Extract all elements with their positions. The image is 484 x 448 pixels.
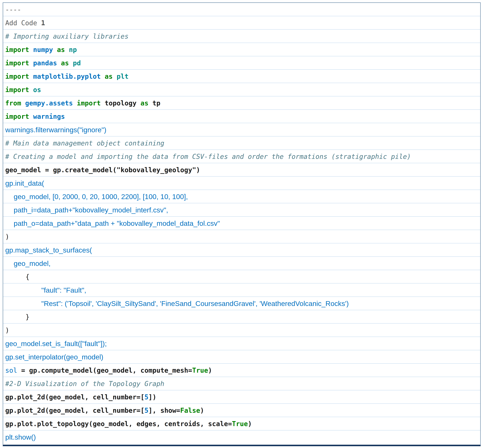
code-line: } bbox=[3, 310, 480, 324]
code-line: gp.plot_2d(geo_model, cell_number=[5], s… bbox=[3, 404, 480, 417]
code-segment-blue_sans: path_o=data_path+"data_path + "kobovalle… bbox=[14, 219, 220, 227]
code-line: sol = gp.compute_model(geo_model, comput… bbox=[3, 364, 480, 377]
code-line: ---- bbox=[3, 3, 480, 16]
code-segment-blue_mono: sol bbox=[5, 367, 17, 374]
code-line: gp.map_stack_to_surfaces( bbox=[3, 243, 480, 257]
code-segment-alias: pd bbox=[73, 59, 81, 67]
code-segment-kw: import bbox=[73, 99, 105, 107]
code-line: geo_model.set_is_fault(["fault"]); bbox=[3, 337, 480, 350]
code-segment-blue_sans: warnings.filterwarnings("ignore") bbox=[5, 126, 106, 134]
code-segment-kw: as bbox=[101, 72, 117, 80]
code-segment-number: 5 bbox=[144, 393, 149, 401]
code-line: geo_model, bbox=[3, 257, 480, 270]
code-line: import pandas as pd bbox=[3, 56, 480, 70]
code-line: Add Code 1 bbox=[3, 16, 480, 30]
code-line: #2-D Visualization of the Topology Graph bbox=[3, 377, 480, 390]
code-segment-code_bold: gp.plot_2d(geo_model, cell_number=[ bbox=[5, 393, 144, 401]
code-segment-code_bold: ) bbox=[200, 407, 204, 414]
code-line: gp.plot.plot_topology(geo_model, edges, … bbox=[3, 417, 480, 431]
code-line: gp.plot_2d(geo_model, cell_number=[5]) bbox=[3, 390, 480, 404]
code-segment-kw: import bbox=[5, 59, 33, 67]
code-segment-code_bold: geo_model = gp.create_model("kobovalley_… bbox=[5, 166, 200, 174]
code-line: "fault": "Fault", bbox=[3, 283, 480, 297]
code-line: import numpy as np bbox=[3, 43, 480, 56]
code-line: warnings.filterwarnings("ignore") bbox=[3, 123, 480, 136]
code-segment-code_bold: ], show= bbox=[149, 407, 180, 414]
code-segment-blue_sans: geo_model, bbox=[14, 259, 51, 267]
code-segment-blue_sans: path_i=data_path+"kobovalley_model_inter… bbox=[14, 206, 168, 214]
code-segment-comment: #2-D Visualization of the Topology Graph bbox=[5, 380, 164, 387]
code-segment-module: warnings bbox=[33, 112, 65, 120]
code-segment-boolean: False bbox=[180, 407, 200, 414]
code-segment-code_plain: ) bbox=[5, 233, 9, 240]
code-segment-comment: # Creating a model and importing the dat… bbox=[5, 153, 411, 160]
code-segment-blue_sans: gp.map_stack_to_surfaces( bbox=[5, 246, 92, 254]
code-segment-comment: # Importing auxiliary libraries bbox=[5, 32, 128, 40]
code-segment-code_bold: ) bbox=[208, 367, 212, 374]
code-line: geo_model, [0, 2000, 0, 20, 1000, 2200],… bbox=[3, 190, 480, 203]
code-line: # Importing auxiliary libraries bbox=[3, 30, 480, 43]
code-segment-gray_bold: 1 bbox=[41, 19, 45, 27]
code-segment-code_bold: ) bbox=[248, 420, 252, 428]
code-segment-blue_sans: gp.set_interpolator(geo_model) bbox=[5, 353, 103, 361]
code-line: ) bbox=[3, 230, 480, 243]
page: { "document": { "kind": "code-listing-ta… bbox=[0, 0, 484, 448]
code-line: from gempy.assets import topology as tp bbox=[3, 96, 480, 110]
code-segment-blue_sans: plt.show() bbox=[5, 433, 36, 441]
code-segment-code_bold: = gp.compute_model(geo_model, compute_me… bbox=[17, 367, 192, 374]
code-segment-kw: import bbox=[5, 86, 33, 94]
code-line: plt.show() bbox=[3, 431, 480, 444]
code-line: path_i=data_path+"kobovalley_model_inter… bbox=[3, 203, 480, 217]
code-segment-blue_sans: gp.init_data( bbox=[5, 179, 44, 187]
code-line: # Creating a model and importing the dat… bbox=[3, 150, 480, 163]
code-segment-code_bold: ]) bbox=[149, 393, 156, 401]
code-segment-number: 5 bbox=[144, 407, 149, 414]
code-segment-kw: import bbox=[5, 46, 33, 53]
code-line: gp.init_data( bbox=[3, 176, 480, 190]
code-line: "Rest": ('Topsoil', 'ClaySilt_SiltySand'… bbox=[3, 297, 480, 310]
code-segment-module: numpy bbox=[33, 46, 53, 53]
code-segment-gray: Add Code bbox=[5, 19, 41, 27]
code-segment-module: pandas bbox=[33, 59, 57, 67]
code-segment-code_plain: ) bbox=[5, 326, 9, 334]
code-segment-kw: import bbox=[5, 112, 33, 120]
code-segment-kw: import bbox=[5, 72, 33, 80]
code-segment-module: gempy.assets bbox=[25, 99, 73, 107]
code-segment-boolean: True bbox=[192, 367, 208, 374]
code-segment-boolean: True bbox=[232, 420, 248, 428]
code-segment-blue_sans: "Rest": ('Topsoil', 'ClaySilt_SiltySand'… bbox=[41, 300, 349, 307]
code-segment-alias: os bbox=[33, 86, 41, 94]
code-segment-kw: from bbox=[5, 99, 25, 107]
code-segment-alias: np bbox=[69, 46, 77, 53]
code-line: import warnings bbox=[3, 110, 480, 123]
code-table: ----Add Code 1# Importing auxiliary libr… bbox=[3, 2, 481, 446]
code-line: { bbox=[3, 270, 480, 283]
code-line: gp.set_interpolator(geo_model) bbox=[3, 350, 480, 364]
code-line: ) bbox=[3, 324, 480, 337]
code-segment-kw: as bbox=[53, 46, 69, 53]
code-line: path_o=data_path+"data_path + "kobovalle… bbox=[3, 217, 480, 230]
code-segment-kw: as bbox=[57, 59, 73, 67]
code-segment-comment: # Main data management object containing bbox=[5, 139, 164, 147]
code-line: import matplotlib.pyplot as plt bbox=[3, 70, 480, 83]
code-segment-code_bold: gp.plot_2d(geo_model, cell_number=[ bbox=[5, 407, 144, 414]
code-segment-code_bold: topology bbox=[105, 99, 136, 107]
code-line: import os bbox=[3, 83, 480, 96]
code-segment-code_plain: { bbox=[25, 273, 30, 280]
code-line: # Main data management object containing bbox=[3, 136, 480, 150]
code-line: geo_model = gp.create_model("kobovalley_… bbox=[3, 163, 480, 176]
code-segment-code_plain: } bbox=[25, 313, 30, 321]
code-segment-blue_sans: geo_model, [0, 2000, 0, 20, 1000, 2200],… bbox=[14, 193, 188, 200]
code-segment-code_bold: gp.plot.plot_topology(geo_model, edges, … bbox=[5, 420, 232, 428]
code-segment-gray: ---- bbox=[5, 6, 21, 13]
code-segment-blue_sans: geo_model.set_is_fault(["fault"]); bbox=[5, 340, 107, 348]
code-segment-module: matplotlib.pyplot bbox=[33, 72, 101, 80]
code-segment-blue_sans: "fault": "Fault", bbox=[41, 286, 86, 294]
code-segment-kw: as bbox=[136, 99, 152, 107]
code-segment-alias: plt bbox=[117, 72, 128, 80]
code-segment-code_bold: tp bbox=[152, 99, 160, 107]
